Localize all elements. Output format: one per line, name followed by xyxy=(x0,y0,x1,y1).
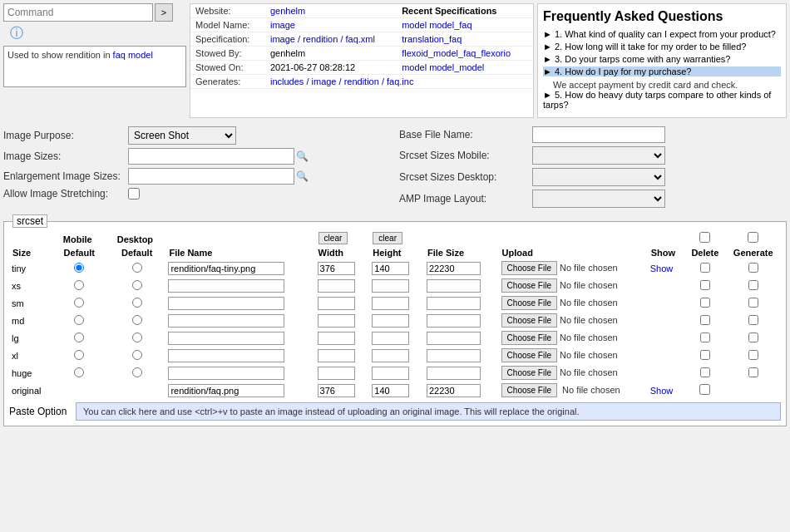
choose-file-button-md[interactable]: Choose File xyxy=(501,313,557,328)
recent-spec-link-2[interactable]: translation_faq xyxy=(402,34,462,44)
width-input-xs[interactable] xyxy=(318,279,355,293)
specification-link[interactable]: image / rendition / faq.xml xyxy=(270,34,375,44)
generate-checkbox-md[interactable] xyxy=(748,315,758,325)
faq-item-5[interactable]: ► 5. How do heavy duty tarps compare to … xyxy=(543,90,781,110)
website-link[interactable]: genhelm xyxy=(270,6,305,16)
generate-all-checkbox[interactable] xyxy=(748,232,758,243)
faq-item-4[interactable]: ► 4. How do I pay for my purchase? xyxy=(543,66,781,76)
filename-input-xl[interactable] xyxy=(168,349,284,362)
recent-spec-link-1[interactable]: model model_faq xyxy=(402,20,472,30)
command-run-button[interactable]: > xyxy=(155,3,173,22)
desktop-radio-xs[interactable] xyxy=(132,280,142,290)
mobile-radio-xs[interactable] xyxy=(74,280,84,290)
generates-link[interactable]: includes / image / rendition / faq.inc xyxy=(270,76,413,86)
delete-checkbox-md[interactable] xyxy=(700,315,710,325)
mobile-radio-sm[interactable] xyxy=(74,298,84,308)
search-icon-sizes[interactable]: 🔍 xyxy=(296,150,309,162)
width-input-lg[interactable] xyxy=(318,332,355,345)
desktop-radio-huge[interactable] xyxy=(132,367,142,377)
filename-input-huge[interactable] xyxy=(168,367,284,380)
original-width-input[interactable] xyxy=(318,384,355,397)
original-choose-file-button[interactable]: Choose File xyxy=(501,383,557,397)
stretching-checkbox[interactable] xyxy=(128,188,140,200)
width-input-huge[interactable] xyxy=(318,367,355,380)
search-icon-enlargement[interactable]: 🔍 xyxy=(296,170,309,182)
filesize-input-xs[interactable] xyxy=(427,279,481,293)
delete-checkbox-tiny[interactable] xyxy=(700,263,710,273)
filename-input-sm[interactable] xyxy=(168,297,284,310)
height-input-xl[interactable] xyxy=(372,349,409,362)
generate-checkbox-xs[interactable] xyxy=(748,280,758,290)
desktop-radio-lg[interactable] xyxy=(132,332,142,342)
mobile-radio-lg[interactable] xyxy=(74,332,84,342)
choose-file-button-huge[interactable]: Choose File xyxy=(501,366,557,380)
filesize-input-xl[interactable] xyxy=(427,349,481,362)
show-link-tiny[interactable]: Show xyxy=(650,264,674,273)
original-delete-checkbox[interactable] xyxy=(699,384,710,395)
filesize-input-lg[interactable] xyxy=(427,332,481,345)
enlargement-input[interactable] xyxy=(128,168,294,185)
filename-input-lg[interactable] xyxy=(168,332,284,345)
recent-spec-link-4[interactable]: model model_model xyxy=(402,62,484,72)
desktop-radio-xl[interactable] xyxy=(132,350,142,360)
width-input-sm[interactable] xyxy=(318,297,355,310)
delete-checkbox-huge[interactable] xyxy=(700,367,710,377)
height-input-sm[interactable] xyxy=(372,297,409,310)
mobile-radio-tiny[interactable] xyxy=(74,263,84,273)
faq-item-3[interactable]: ► 3. Do your tarps come with any warrant… xyxy=(543,54,781,64)
generate-checkbox-sm[interactable] xyxy=(748,298,758,308)
model-name-link[interactable]: image xyxy=(270,20,295,30)
original-filename-input[interactable] xyxy=(168,384,284,397)
base-filename-input[interactable] xyxy=(532,126,665,143)
choose-file-button-tiny[interactable]: Choose File xyxy=(501,261,557,275)
choose-file-button-xl[interactable]: Choose File xyxy=(501,348,557,362)
generate-checkbox-huge[interactable] xyxy=(748,367,758,377)
delete-all-checkbox[interactable] xyxy=(699,232,710,243)
amp-layout-select[interactable] xyxy=(532,190,665,208)
width-input-md[interactable] xyxy=(318,314,355,328)
filesize-input-tiny[interactable] xyxy=(427,262,481,275)
sizes-input[interactable] xyxy=(128,148,294,165)
choose-file-button-lg[interactable]: Choose File xyxy=(501,331,557,345)
height-input-tiny[interactable] xyxy=(372,262,409,275)
height-input-huge[interactable] xyxy=(372,367,409,380)
filename-input-md[interactable] xyxy=(168,314,284,328)
filesize-input-sm[interactable] xyxy=(427,297,481,310)
generate-checkbox-lg[interactable] xyxy=(748,332,758,342)
desktop-radio-tiny[interactable] xyxy=(132,263,142,273)
purpose-select[interactable]: Screen Shot Thumbnail Banner Icon xyxy=(128,126,236,145)
original-filesize-input[interactable] xyxy=(427,384,481,397)
delete-checkbox-sm[interactable] xyxy=(700,298,710,308)
mobile-radio-xl[interactable] xyxy=(74,350,84,360)
paste-box[interactable]: You can click here and use <ctrl>+v to p… xyxy=(76,402,781,421)
mobile-radio-huge[interactable] xyxy=(74,367,84,377)
original-height-input[interactable] xyxy=(372,384,409,397)
mobile-radio-md[interactable] xyxy=(74,315,84,325)
generate-checkbox-tiny[interactable] xyxy=(748,263,758,273)
height-input-lg[interactable] xyxy=(372,332,409,345)
original-show-link[interactable]: Show xyxy=(650,386,674,396)
info-icon[interactable]: ⓘ xyxy=(10,25,186,42)
height-input-md[interactable] xyxy=(372,314,409,328)
choose-file-button-xs[interactable]: Choose File xyxy=(501,278,557,293)
choose-file-button-sm[interactable]: Choose File xyxy=(501,296,557,310)
delete-checkbox-xs[interactable] xyxy=(700,280,710,290)
srcset-mobile-select[interactable] xyxy=(532,146,665,165)
recent-spec-link-3[interactable]: flexoid_model_faq_flexorio xyxy=(402,48,511,58)
width-input-xl[interactable] xyxy=(318,349,355,362)
desktop-radio-sm[interactable] xyxy=(132,298,142,308)
delete-checkbox-lg[interactable] xyxy=(700,332,710,342)
filesize-input-md[interactable] xyxy=(427,314,481,328)
faq-item-1[interactable]: ► 1. What kind of quality can I expect f… xyxy=(543,29,781,39)
filesize-input-huge[interactable] xyxy=(427,367,481,380)
clear-height-button[interactable]: clear xyxy=(373,232,402,244)
width-input-tiny[interactable] xyxy=(318,262,355,275)
desktop-radio-md[interactable] xyxy=(132,315,142,325)
generate-checkbox-xl[interactable] xyxy=(748,350,758,360)
faq-item-2[interactable]: ► 2. How long will it take for my order … xyxy=(543,42,781,52)
height-input-xs[interactable] xyxy=(372,279,409,293)
srcset-desktop-select[interactable] xyxy=(532,168,665,186)
clear-width-button[interactable]: clear xyxy=(318,232,348,244)
filename-input-xs[interactable] xyxy=(168,279,284,293)
filename-input-tiny[interactable] xyxy=(168,262,284,275)
